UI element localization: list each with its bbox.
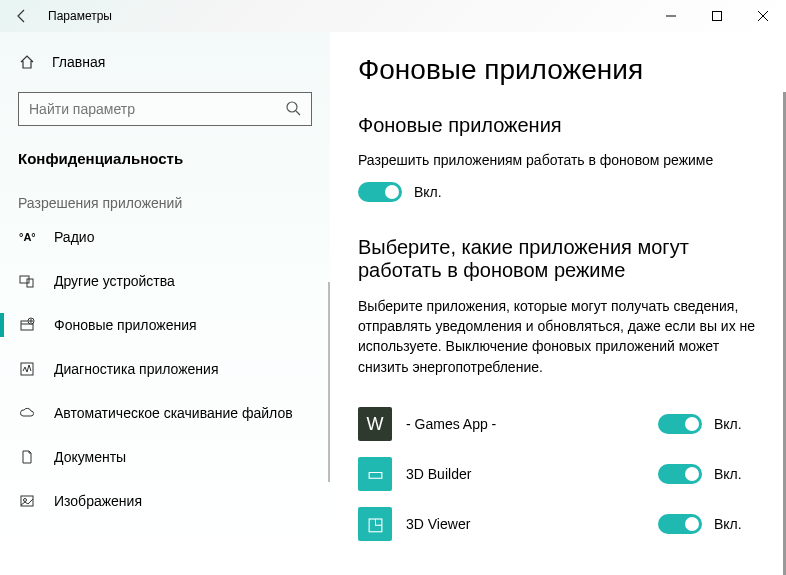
sidebar-item-label: Документы <box>54 449 126 465</box>
sidebar-item-label: Радио <box>54 229 94 245</box>
search-icon <box>285 100 301 119</box>
svg-line-5 <box>296 111 300 115</box>
home-label: Главная <box>52 54 105 70</box>
master-toggle[interactable] <box>358 182 402 202</box>
svg-point-14 <box>24 499 27 502</box>
sidebar-item-radio[interactable]: °A° Радио <box>0 215 330 259</box>
titlebar: Параметры <box>0 0 786 32</box>
sidebar-item-background-apps[interactable]: Фоновые приложения <box>0 303 330 347</box>
section1-subtitle: Разрешить приложениям работать в фоновом… <box>358 151 758 170</box>
group-label: Разрешения приложений <box>0 187 330 215</box>
app-toggle[interactable] <box>658 464 702 484</box>
app-icon-games: W <box>358 407 392 441</box>
section2-title: Выберите, какие приложения могут работат… <box>358 236 758 282</box>
sidebar-item-auto-downloads[interactable]: Автоматическое скачивание файлов <box>0 391 330 435</box>
section2-description: Выберите приложения, которые могут получ… <box>358 296 758 377</box>
search-box[interactable] <box>18 92 312 126</box>
main-panel: Фоновые приложения Фоновые приложения Ра… <box>330 32 786 575</box>
images-icon <box>18 493 36 509</box>
sidebar-item-documents[interactable]: Документы <box>0 435 330 479</box>
devices-icon <box>18 273 36 289</box>
app-toggle-label: Вкл. <box>714 466 742 482</box>
back-button[interactable] <box>8 2 36 30</box>
app-toggle[interactable] <box>658 414 702 434</box>
app-row: ▭ 3D Builder Вкл. <box>358 449 758 499</box>
sidebar-item-images[interactable]: Изображения <box>0 479 330 523</box>
app-toggle-label: Вкл. <box>714 416 742 432</box>
app-icon-3d-viewer: ◳ <box>358 507 392 541</box>
sidebar-item-label: Автоматическое скачивание файлов <box>54 405 293 421</box>
radio-icon: °A° <box>18 230 36 244</box>
maximize-button[interactable] <box>694 0 740 32</box>
home-link[interactable]: Главная <box>0 46 330 78</box>
category-heading: Конфиденциальность <box>0 144 330 187</box>
search-input[interactable] <box>29 101 285 117</box>
diagnostics-icon <box>18 361 36 377</box>
background-apps-icon <box>18 317 36 333</box>
page-heading: Фоновые приложения <box>358 54 758 86</box>
window-title: Параметры <box>48 9 112 23</box>
master-toggle-label: Вкл. <box>414 184 442 200</box>
app-row: W - Games App - Вкл. <box>358 399 758 449</box>
documents-icon <box>18 449 36 465</box>
sidebar-item-other-devices[interactable]: Другие устройства <box>0 259 330 303</box>
app-name: 3D Builder <box>406 466 644 482</box>
svg-text:°A°: °A° <box>19 231 35 243</box>
app-icon-3d-builder: ▭ <box>358 457 392 491</box>
section1-title: Фоновые приложения <box>358 114 758 137</box>
sidebar-item-label: Фоновые приложения <box>54 317 197 333</box>
sidebar: Главная Конфиденциальность Разрешения пр… <box>0 32 330 575</box>
close-button[interactable] <box>740 0 786 32</box>
svg-rect-1 <box>713 12 722 21</box>
app-name: - Games App - <box>406 416 644 432</box>
cloud-download-icon <box>18 405 36 421</box>
app-name: 3D Viewer <box>406 516 644 532</box>
sidebar-item-app-diagnostics[interactable]: Диагностика приложения <box>0 347 330 391</box>
minimize-button[interactable] <box>648 0 694 32</box>
app-toggle-label: Вкл. <box>714 516 742 532</box>
sidebar-item-label: Изображения <box>54 493 142 509</box>
svg-point-4 <box>287 102 297 112</box>
app-toggle[interactable] <box>658 514 702 534</box>
app-row: ◳ 3D Viewer Вкл. <box>358 499 758 549</box>
sidebar-item-label: Другие устройства <box>54 273 175 289</box>
home-icon <box>18 54 36 70</box>
sidebar-item-label: Диагностика приложения <box>54 361 218 377</box>
